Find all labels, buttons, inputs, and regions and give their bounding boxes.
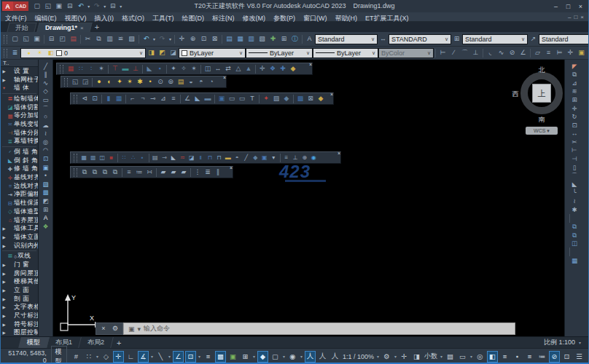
markup-icon[interactable]: ✚ <box>268 33 278 44</box>
sheet-set-manager-icon[interactable]: ▧ <box>257 33 268 44</box>
toolbar-e-4-icon[interactable]: ⧉ <box>110 167 120 178</box>
toolbar-c-22-icon[interactable]: ◆ <box>316 94 326 104</box>
toolbar-a-12-icon[interactable]: ✶ <box>189 64 199 74</box>
combo-arrow-icon[interactable]: ∨ <box>372 50 375 56</box>
toolbar-c-7-icon[interactable]: ⊸ <box>148 94 158 104</box>
doc-restore-button[interactable]: □ <box>574 14 577 20</box>
transparency-toggle-icon[interactable]: ▪ <box>512 351 523 363</box>
annotation-visibility-icon[interactable]: 人 <box>305 351 316 363</box>
toolbar-a-2-icon[interactable]: ∷ <box>76 64 86 74</box>
lineweight-combo[interactable]: ByLayer ∨ <box>313 48 378 58</box>
toolbar-a-13-icon[interactable]: ◫ <box>203 64 213 74</box>
redo-icon[interactable]: ▾ <box>168 33 173 44</box>
fillet-icon[interactable]: ╰ <box>568 189 581 197</box>
toolbar-d-14-icon[interactable]: ⊓ <box>206 153 215 163</box>
ortho-icon[interactable]: ∟ <box>125 351 136 363</box>
workspace-switching-icon[interactable]: ⚙ <box>381 351 392 363</box>
toolbar-e-1-icon[interactable]: ⧉ <box>79 167 90 178</box>
toolbar-c-15-icon[interactable]: ▭ <box>237 94 247 104</box>
autocad-logo-icon[interactable]: A <box>2 1 13 11</box>
toolbar-e-9-icon[interactable]: ▰ <box>168 167 179 178</box>
sidebar-item-wall-cut[interactable]: ◪墙体切割 <box>1 103 38 112</box>
grid-icon[interactable]: # <box>71 351 82 363</box>
toolbar-d-5-icon[interactable]: ∷ <box>120 153 129 163</box>
polyline-icon[interactable]: ∿ <box>39 79 52 87</box>
crosshair-icon[interactable]: ✛ <box>399 351 410 363</box>
snap-dropdown-icon[interactable]: ▾ <box>95 354 100 359</box>
toolbar-d-1-icon[interactable]: ▦ <box>79 153 89 163</box>
customization-list-icon[interactable]: ≔ <box>537 351 547 363</box>
toolbar-grip[interactable] <box>4 35 7 44</box>
toolbar-e-3-icon[interactable]: ⧉ <box>100 167 110 178</box>
toolbar-e-8-icon[interactable]: ▰ <box>158 167 168 178</box>
toolbar-a-18-icon[interactable]: ✛ <box>257 64 268 74</box>
match-properties-icon[interactable]: ≌ <box>115 33 126 44</box>
transparency-icon[interactable]: ▩ <box>215 351 226 363</box>
toolbar-a-8-icon[interactable]: ◣ <box>144 64 155 74</box>
menu-tools[interactable]: 工具(T) <box>152 15 174 22</box>
snap-icon[interactable]: ∷ <box>83 351 94 363</box>
tab-close-icon[interactable]: × <box>80 25 84 31</box>
toolbar-b-14-icon[interactable]: ◔ <box>206 77 217 87</box>
toolbar-c-4-icon[interactable]: ▦ <box>114 94 124 104</box>
mleader-style-icon[interactable]: ↗ <box>528 33 539 44</box>
combo-arrow-icon[interactable]: ∨ <box>445 36 448 42</box>
toolbar-d-12-icon[interactable]: ◪ <box>187 153 197 163</box>
toolbar-a-9-icon[interactable]: ▪ <box>155 64 165 74</box>
combo-arrow-icon[interactable]: ∨ <box>371 36 375 42</box>
ungroup-icon[interactable]: ⧉ <box>568 231 581 240</box>
sidebar-item-wall-elevation[interactable]: ▶墙体立面 <box>1 233 38 242</box>
redo-icon[interactable]: ↷ <box>157 33 168 44</box>
menu-express-tools[interactable]: ET扩展工具(X) <box>365 15 409 22</box>
layer-freeze-icon[interactable]: ☀ <box>34 48 45 58</box>
linetype-combo[interactable]: ByLayer ∨ <box>246 48 313 58</box>
toolbar-a-1-icon[interactable]: ▦ <box>66 64 76 74</box>
toolbar-d-6-icon[interactable]: ∴ <box>129 153 139 163</box>
construction-line-icon[interactable]: ∥ <box>39 71 52 79</box>
compass-east-label[interactable]: 东 <box>563 90 564 99</box>
table-style-combo[interactable]: Standard ∨ <box>462 34 528 44</box>
undo-icon[interactable]: ↶ <box>75 1 86 12</box>
scale-icon[interactable]: ⊡ <box>568 121 581 130</box>
object-snap-icon[interactable]: ⊡ <box>185 351 196 363</box>
drawing-canvas[interactable]: ▦∷∶✶⊤▬⊥◣▪✦✧✶◫↔⇄△▲✛❖✚◆ × ◱◲●◐✦✶✱•⊙⊚▤◒◓◔ ×… <box>53 60 564 336</box>
toolbar-a-14-icon[interactable]: ↔ <box>213 64 223 74</box>
color-combo[interactable]: ByLayer ∨ <box>179 48 246 58</box>
toolbar-d-20-icon[interactable]: ▣ <box>260 153 270 163</box>
fullscreen-icon[interactable]: ⊡ <box>561 351 572 363</box>
units-dropdown-icon[interactable]: ▾ <box>439 354 444 359</box>
menu-window[interactable]: 窗口(W) <box>303 15 327 22</box>
polygon-icon[interactable]: ◇ <box>39 87 52 96</box>
toolbar-b-5-icon[interactable]: ✦ <box>114 77 125 87</box>
sidebar-item-wall-to-roof[interactable]: ⌂墙齐屋顶 <box>1 216 38 225</box>
sidebar-item-curtain-wall-convert[interactable]: ≣幕墙转换 <box>1 138 38 146</box>
object-snap-3d-icon[interactable]: ⊞ <box>240 351 251 363</box>
command-prompt-icon[interactable]: ▣ <box>128 325 135 333</box>
undo-icon[interactable]: ▾ <box>86 1 91 12</box>
dim-style-icon[interactable]: ↔ <box>378 33 389 44</box>
sidebar-item-section[interactable]: ▶剖 面 <box>1 295 38 304</box>
sidebar-item-stair-other[interactable]: ▶楼梯其他 <box>1 278 38 287</box>
toolbar-c-17-icon[interactable]: ✦ <box>261 94 271 104</box>
sidebar-item-clear-offset[interactable]: ⇥净距偏移 <box>1 191 38 199</box>
wrench-icon[interactable]: ⚙ <box>111 323 120 334</box>
hardware-acceleration-icon[interactable]: ◧ <box>487 351 498 363</box>
wcs-dropdown[interactable]: WCS ▾ <box>526 127 558 135</box>
break-at-point-icon[interactable]: ⊣ <box>568 155 581 164</box>
plot-preview-icon[interactable]: ◰ <box>57 33 68 44</box>
toolbar-c-6-icon[interactable]: ¬ <box>138 94 148 104</box>
toolbar-grip[interactable] <box>64 78 68 87</box>
command-history-arrow-icon[interactable]: ▾ <box>138 325 141 333</box>
dim-style-icon[interactable]: ▣ <box>576 47 587 58</box>
break-icon[interactable]: ▯ <box>568 163 581 172</box>
toolbar-e-7-icon[interactable]: ∺ <box>144 167 155 178</box>
toolbar-a-10-icon[interactable]: ✦ <box>168 64 179 74</box>
menu-insert[interactable]: 插入(I) <box>95 15 114 22</box>
quickcalc-icon[interactable]: ⊞ <box>278 33 289 44</box>
polar-tracking-dropdown-icon[interactable]: ▾ <box>149 354 155 359</box>
annotation-scale-icon[interactable]: 人 <box>329 351 340 363</box>
sidebar-item-layer-control[interactable]: ▶图层控制 <box>1 329 38 338</box>
graphics-monitor-icon[interactable]: ▭ <box>457 351 468 363</box>
dim-diameter-icon[interactable]: ⊘ <box>507 47 518 58</box>
toolbar-a-21-icon[interactable]: ◆ <box>288 64 298 74</box>
